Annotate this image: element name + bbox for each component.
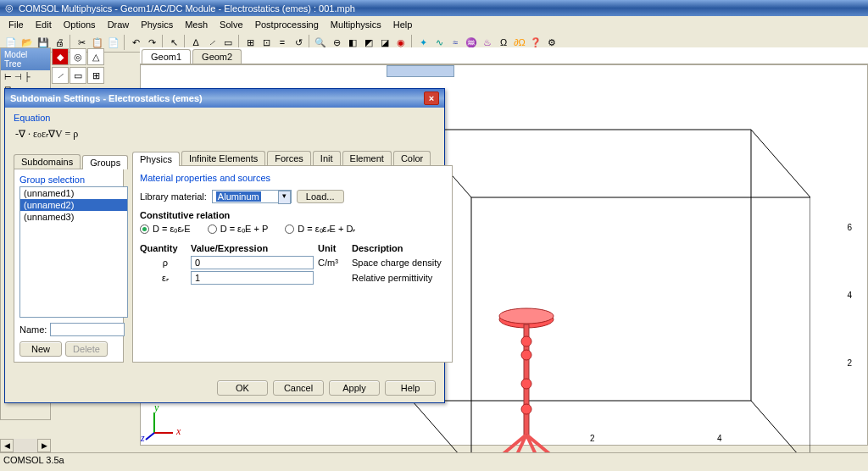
load-button[interactable]: Load...: [297, 190, 344, 203]
lib-material-label: Library material:: [140, 191, 207, 202]
tab-geom2[interactable]: Geom2: [192, 49, 242, 64]
group-item-3[interactable]: (unnamed3): [20, 211, 127, 223]
tab-geom1[interactable]: Geom1: [142, 49, 191, 64]
scroll-left-icon[interactable]: ◀: [0, 439, 14, 452]
hdr-desc: Description: [352, 243, 445, 253]
radio-1[interactable]: D = ε₀εᵣE: [140, 224, 191, 235]
menu-help[interactable]: Help: [388, 18, 418, 31]
name-label: Name:: [19, 324, 47, 335]
tick-6: 6: [847, 223, 852, 232]
mat-sources-label: Material properties and sources: [140, 173, 445, 183]
help-button[interactable]: Help: [385, 380, 436, 396]
axis-tripod: [144, 407, 178, 441]
menu-mesh[interactable]: Mesh: [180, 18, 213, 31]
tab-color[interactable]: Color: [393, 151, 431, 165]
row2-desc: Relative permittivity: [352, 273, 445, 283]
menu-edit[interactable]: Edit: [31, 18, 57, 31]
model-tree-header: Model Tree: [1, 48, 50, 70]
ok-button[interactable]: OK: [217, 380, 268, 396]
axis-z: z: [141, 432, 145, 445]
status-version: COMSOL 3.5a: [3, 455, 64, 465]
cancel-button[interactable]: Cancel: [273, 380, 324, 396]
menu-multiphysics[interactable]: Multiphysics: [326, 18, 387, 31]
lib-material-select[interactable]: Aluminum ▾: [212, 190, 292, 203]
group-list[interactable]: (unnamed1) (unnamed2) (unnamed3): [19, 186, 128, 318]
scroll-right-icon[interactable]: ▶: [37, 439, 51, 452]
tab-forces[interactable]: Forces: [267, 151, 311, 165]
side-tool-4[interactable]: ⟋: [52, 67, 69, 84]
const-rel-label: Constitutive relation: [140, 210, 445, 220]
side-toolbar: ◆ ◎ △ ⟋ ▭ ⊞: [51, 47, 140, 85]
side-tool-2[interactable]: ◎: [70, 48, 86, 65]
equation-label: Equation: [14, 113, 436, 123]
tree-scroll[interactable]: ◀ ▶: [0, 439, 51, 452]
row2-q: εᵣ: [140, 273, 191, 284]
menu-options[interactable]: Options: [58, 18, 101, 31]
left-tabs: Subdomains Groups: [14, 154, 124, 169]
side-tool-6[interactable]: ⊞: [87, 67, 104, 84]
dialog-titlebar[interactable]: Subdomain Settings - Electrostatics (eme…: [5, 89, 444, 108]
radio-2[interactable]: D = ε₀E + P: [208, 224, 269, 235]
side-tool-1[interactable]: ◆: [52, 48, 69, 65]
name-input[interactable]: [50, 323, 125, 336]
side-tool-3[interactable]: △: [87, 48, 104, 65]
row1-q: ρ: [140, 258, 191, 268]
hdr-unit: Unit: [318, 243, 352, 253]
svg-point-6: [521, 404, 531, 414]
new-button[interactable]: New: [19, 341, 62, 357]
tab-element[interactable]: Element: [342, 151, 392, 165]
row1-desc: Space charge density: [352, 258, 445, 268]
axis-y: y: [154, 402, 159, 414]
svg-line-13: [146, 433, 154, 440]
comsol-icon: ◎: [5, 3, 14, 14]
tick-2b: 2: [590, 434, 595, 443]
tick-2: 2: [847, 358, 852, 368]
tab-init[interactable]: Init: [313, 151, 341, 165]
hdr-quantity: Quantity: [140, 243, 191, 253]
side-tool-5[interactable]: ▭: [70, 67, 86, 84]
group-selection-label: Group selection: [19, 175, 118, 185]
close-icon[interactable]: ×: [424, 91, 439, 105]
status-bar: COMSOL 3.5a: [0, 452, 868, 471]
svg-point-4: [521, 350, 531, 360]
menu-draw[interactable]: Draw: [103, 18, 135, 31]
tab-physics[interactable]: Physics: [132, 152, 180, 166]
physics-tabs: Physics Infinite Elements Forces Init El…: [132, 151, 453, 166]
h-scroll-thumb[interactable]: [387, 65, 454, 77]
svg-point-5: [521, 379, 531, 389]
tab-groups[interactable]: Groups: [82, 155, 128, 169]
row1-value-input[interactable]: [191, 256, 314, 269]
menu-file[interactable]: File: [3, 18, 29, 31]
app-title: COMSOL Multiphysics - Geom1/AC/DC Module…: [19, 3, 355, 14]
menu-physics[interactable]: Physics: [136, 18, 178, 31]
group-item-2[interactable]: (unnamed2): [20, 199, 127, 211]
menu-solve[interactable]: Solve: [214, 18, 248, 31]
menu-post[interactable]: Postprocessing: [250, 18, 324, 31]
subdomain-settings-dialog: Subdomain Settings - Electrostatics (eme…: [4, 88, 445, 403]
model-3d: [488, 308, 565, 468]
app-window-titlebar: ◎ COMSOL Multiphysics - Geom1/AC/DC Modu…: [0, 0, 868, 16]
menu-bar: File Edit Options Draw Physics Mesh Solv…: [0, 16, 868, 33]
group-item-1[interactable]: (unnamed1): [20, 187, 127, 199]
geom-tabs: Geom1 Geom2: [140, 47, 868, 64]
tab-infinite[interactable]: Infinite Elements: [181, 151, 265, 165]
delete-button: Delete: [65, 341, 108, 357]
dialog-title-text: Subdomain Settings - Electrostatics (eme…: [10, 93, 203, 103]
tick-4: 4: [847, 291, 852, 300]
apply-button[interactable]: Apply: [329, 380, 380, 396]
row2-value-input[interactable]: [191, 271, 314, 285]
tick-4b: 4: [717, 434, 722, 443]
tree-toolbar[interactable]: ⊢ ⊣ ├: [1, 70, 50, 83]
svg-point-3: [521, 336, 531, 346]
axis-x: x: [176, 425, 181, 438]
svg-point-1: [499, 308, 554, 324]
hdr-value: Value/Expression: [191, 243, 318, 253]
radio-3[interactable]: D = ε₀εᵣE + Dᵣ: [285, 224, 355, 235]
row1-unit: C/m³: [318, 258, 352, 268]
equation-text: -∇ · ε₀εᵣ∇V = ρ: [15, 128, 434, 141]
chevron-down-icon[interactable]: ▾: [278, 191, 291, 204]
tab-subdomains[interactable]: Subdomains: [14, 154, 81, 169]
